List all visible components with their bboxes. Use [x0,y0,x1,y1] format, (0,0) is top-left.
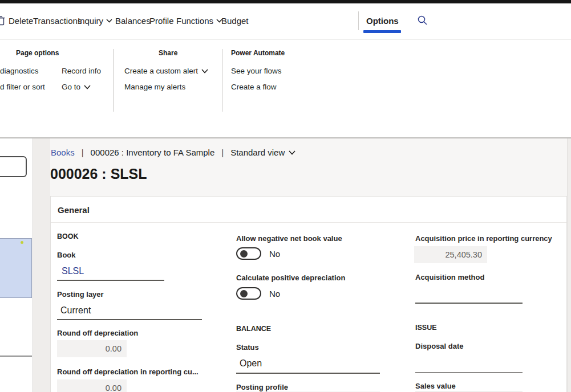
menu-item-transactions[interactable]: Transactions [33,16,82,26]
acquisition-price-label: Acquisition price in reporting currency [415,234,552,243]
chevron-down-icon [201,69,208,74]
section-title: General [58,205,90,215]
trash-icon[interactable] [0,15,6,26]
status-label: Status [236,343,259,352]
menu-item-label: Functions [176,16,213,26]
ribbon-item-label: Create a custom alert [124,67,198,75]
allow-negative-label: Allow negative net book value [236,234,342,243]
ribbon-item-page-diagnostics[interactable]: diagnostics [0,67,39,75]
ribbon-item-label: Manage my alerts [124,83,185,91]
menu-item-budget[interactable]: Budget [221,16,249,26]
ribbon-item-label: Go to [62,83,80,91]
ribbon-item-label: diagnostics [0,67,39,75]
sales-value-label: Sales value [415,382,456,390]
breadcrumb-link-books[interactable]: Books [51,148,75,157]
status-value[interactable]: Open [240,358,262,369]
calc-positive-value: No [269,289,280,299]
view-selector-label: Standard view [230,148,285,157]
toggle-knob [240,290,248,297]
round-off-depreciation-label: Round off depreciation [57,329,138,337]
ribbon-item-label: See your flows [231,67,282,75]
menu-item-label: Inquiry [78,16,103,26]
menu-item-balances[interactable]: Balances [115,16,151,26]
selected-list-row[interactable] [0,238,32,298]
ribbon-item-advanced-filter-or-sort[interactable]: d filter or sort [0,83,45,91]
ribbon-item-label: d filter or sort [0,83,45,91]
ribbon-group-title-page-options: Page options [16,49,59,57]
ribbon-group-title-power-automate: Power Automate [231,49,285,57]
group-header-issue: ISSUE [415,324,437,332]
ribbon-item-label: Create a flow [231,83,277,91]
menu-item-label: Delete [9,16,33,26]
posting-profile-label: Posting profile [236,383,288,391]
round-off-reporting-label: Round off depreciation in reporting cu..… [57,368,199,376]
toggle-knob [240,250,248,258]
divider [0,356,32,357]
menu-item-label: Transactions [33,16,82,26]
ribbon-item-manage-my-alerts[interactable]: Manage my alerts [124,83,185,91]
field-underline [57,280,164,281]
ribbon-item-create-custom-alert[interactable]: Create a custom alert [124,67,208,75]
ribbon-group-divider [113,49,114,112]
ribbon-item-create-a-flow[interactable]: Create a flow [231,83,277,91]
breadcrumb-separator: | [221,148,224,157]
posting-layer-label: Posting layer [57,290,104,299]
breadcrumb-separator: | [82,148,84,157]
window-top-strip [0,0,571,3]
ribbon-item-record-info[interactable]: Record info [62,67,101,75]
round-off-reporting-input[interactable]: 0.00 [57,379,127,392]
allow-negative-value: No [269,249,280,259]
search-icon[interactable] [417,15,428,26]
section-header[interactable]: General [51,197,566,223]
round-off-depreciation-input[interactable]: 0.00 [57,340,127,357]
left-list-panel [0,138,33,392]
general-section-card: General BOOK Book SLSL Posting layer Cur… [50,196,567,392]
view-selector[interactable]: Standard view [230,148,295,157]
group-header-book: BOOK [57,232,79,240]
book-field-label: Book [57,251,76,259]
chevron-down-icon [84,85,91,89]
breadcrumb-record: 000026 : Inventory to FA Sample [91,148,215,157]
book-field-value[interactable]: SLSL [62,266,84,276]
ribbon-item-see-your-flows[interactable]: See your flows [231,67,282,75]
menu-item-label: Balances [115,16,151,26]
group-header-balance: BALANCE [236,325,271,333]
acquisition-method-label: Acquisition method [415,273,484,281]
menu-item-inquiry[interactable]: Inquiry [78,16,112,26]
disposal-date-label: Disposal date [415,342,464,350]
field-underline [415,372,523,373]
ribbon-item-label: Record info [62,67,101,75]
active-tab-underline [363,30,401,33]
acquisition-price-input[interactable]: 25,405.30 [414,246,487,263]
menu-item-label: Budget [221,16,249,26]
calc-positive-label: Calculate positive depreciation [236,273,345,282]
chevron-down-icon [289,150,295,155]
field-underline [415,303,523,304]
menu-item-delete[interactable]: Delete [9,16,33,26]
page-title: 000026 : SLSL [50,166,147,182]
menu-item-profile[interactable]: Profile [149,16,174,26]
menu-item-label: Options [366,16,399,26]
breadcrumb: Books | 000026 : Inventory to FA Sample … [51,148,295,157]
row-marker-dot [21,241,23,244]
field-underline [236,373,380,374]
divider [567,138,568,392]
chevron-down-icon [106,19,112,23]
field-underline [57,319,202,320]
menu-item-label: Profile [149,16,174,26]
menu-item-options[interactable]: Options [366,16,399,26]
menu-item-functions[interactable]: Functions [176,16,222,26]
divider [0,39,571,40]
ribbon-group-divider [222,49,222,112]
ribbon-group-title-share: Share [159,49,177,57]
quick-filter-box[interactable] [0,156,27,177]
allow-negative-toggle[interactable] [236,247,261,260]
ribbon-item-go-to[interactable]: Go to [62,83,91,91]
app-window: Delete Transactions Inquiry Balances Pro… [0,0,571,392]
calc-positive-toggle[interactable] [236,287,261,300]
posting-layer-value[interactable]: Current [60,305,91,316]
menu-divider [358,11,359,30]
